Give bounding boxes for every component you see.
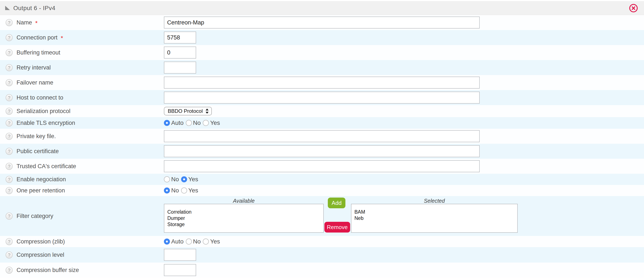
help-icon[interactable]: ?: [6, 176, 13, 183]
selected-label: Selected: [351, 198, 518, 204]
form-row-trusted-ca: ? Trusted CA's certificate: [0, 159, 644, 174]
buffering-timeout-input[interactable]: [164, 47, 196, 59]
host-input[interactable]: [164, 92, 480, 104]
add-button[interactable]: Add: [328, 198, 346, 208]
radio-no[interactable]: [186, 239, 192, 245]
radio-auto[interactable]: [164, 239, 170, 245]
radio-no[interactable]: [186, 120, 192, 126]
field-label: Private key file.: [16, 133, 56, 140]
field-label: Compression (zlib): [16, 238, 65, 245]
list-option[interactable]: Correlation: [167, 209, 323, 215]
field-label: Host to connect to: [16, 94, 63, 101]
select-value: BBDO Protocol: [168, 108, 203, 114]
field-label: Compression level: [16, 252, 64, 258]
required-asterisk: *: [35, 20, 38, 27]
tls-radio-group: Auto No Yes: [164, 120, 644, 126]
help-icon[interactable]: ?: [6, 213, 13, 220]
form-row-host: ? Host to connect to: [0, 90, 644, 105]
form-row-retry-interval: ? Retry interval: [0, 60, 644, 75]
required-asterisk: *: [61, 35, 63, 42]
field-label: Compression buffer size: [16, 267, 79, 274]
filter-available-list[interactable]: Correlation Dumper Storage: [164, 204, 324, 233]
form-row-negotiation: ? Enable negociation No Yes: [0, 174, 644, 185]
radio-auto[interactable]: [164, 120, 170, 126]
serialization-protocol-select[interactable]: BBDO Protocol: [164, 107, 212, 115]
filter-selected-list[interactable]: BAM Neb: [351, 204, 518, 233]
field-label: Failover name: [16, 79, 53, 86]
compression-buffer-input[interactable]: [164, 264, 196, 276]
help-icon[interactable]: ?: [6, 163, 13, 170]
list-option[interactable]: BAM: [354, 209, 517, 215]
form-row-public-certificate: ? Public certificate: [0, 144, 644, 159]
form-row-one-peer-retention: ? One peer retention No Yes: [0, 185, 644, 196]
list-option[interactable]: Neb: [354, 215, 517, 221]
public-certificate-input[interactable]: [164, 145, 480, 157]
help-icon[interactable]: ?: [6, 19, 13, 26]
form-row-filter-category: ? Filter category Available Selected Cor…: [0, 196, 644, 236]
one-peer-radio-group: No Yes: [164, 187, 644, 194]
form-row-private-key: ? Private key file.: [0, 129, 644, 144]
form-row-failover-name: ? Failover name: [0, 75, 644, 90]
form-row-compression: ? Compression (zlib) Auto No Yes: [0, 236, 644, 247]
radio-yes[interactable]: [203, 120, 209, 126]
help-icon[interactable]: ?: [6, 148, 13, 155]
remove-button[interactable]: Remove: [324, 222, 350, 233]
name-input[interactable]: [164, 16, 480, 28]
field-label: One peer retention: [16, 187, 65, 194]
field-label: Enable negociation: [16, 176, 66, 183]
radio-no[interactable]: [164, 176, 170, 182]
list-option[interactable]: Dumper: [167, 215, 323, 221]
help-icon[interactable]: ?: [6, 79, 13, 86]
help-icon[interactable]: ?: [6, 108, 13, 115]
field-label: Filter category: [16, 213, 53, 219]
failover-name-input[interactable]: [164, 77, 480, 89]
section-title: Output 6 - IPv4: [13, 5, 56, 11]
compression-level-input[interactable]: [164, 249, 196, 261]
form-row-connection-port: ? Connection port *: [0, 30, 644, 45]
radio-yes[interactable]: [203, 239, 209, 245]
help-icon[interactable]: ?: [6, 94, 13, 101]
radio-yes[interactable]: [181, 176, 187, 182]
field-label: Serialization protocol: [16, 108, 70, 115]
radio-no[interactable]: [164, 187, 170, 193]
compression-radio-group: Auto No Yes: [164, 238, 644, 245]
help-icon[interactable]: ?: [6, 267, 13, 274]
close-icon[interactable]: [628, 3, 638, 13]
list-option[interactable]: Storage: [167, 221, 323, 228]
negotiation-radio-group: No Yes: [164, 176, 644, 183]
help-icon[interactable]: ?: [6, 49, 13, 56]
field-label: Connection port: [16, 34, 58, 41]
connection-port-input[interactable]: [164, 31, 196, 43]
form-row-tls-encryption: ? Enable TLS encryption Auto No Yes: [0, 117, 644, 129]
section-header[interactable]: Output 6 - IPv4: [0, 1, 644, 15]
radio-yes[interactable]: [181, 187, 187, 193]
collapse-triangle-icon[interactable]: [5, 5, 10, 11]
select-arrows-icon: [205, 108, 209, 114]
field-label: Name: [16, 19, 32, 26]
help-icon[interactable]: ?: [6, 238, 13, 245]
form-row-serialization-protocol: ? Serialization protocol BBDO Protocol: [0, 105, 644, 117]
field-label: Retry interval: [16, 64, 51, 71]
help-icon[interactable]: ?: [6, 34, 13, 41]
private-key-input[interactable]: [164, 130, 480, 142]
help-icon[interactable]: ?: [6, 120, 13, 127]
form-row-compression-buffer-size: ? Compression buffer size: [0, 263, 644, 278]
help-icon[interactable]: ?: [6, 64, 13, 71]
field-label: Enable TLS encryption: [16, 120, 75, 126]
available-label: Available: [164, 198, 324, 204]
field-label: Buffering timeout: [16, 49, 60, 56]
trusted-ca-input[interactable]: [164, 160, 480, 172]
retry-interval-input[interactable]: [164, 62, 196, 74]
help-icon[interactable]: ?: [6, 251, 13, 259]
field-label: Public certificate: [16, 148, 59, 155]
form-row-name: ? Name *: [0, 15, 644, 30]
field-label: Trusted CA's certificate: [16, 163, 76, 170]
help-icon[interactable]: ?: [6, 187, 13, 194]
help-icon[interactable]: ?: [6, 133, 13, 140]
form-row-buffering-timeout: ? Buffering timeout: [0, 45, 644, 60]
form-row-compression-level: ? Compression level: [0, 247, 644, 263]
